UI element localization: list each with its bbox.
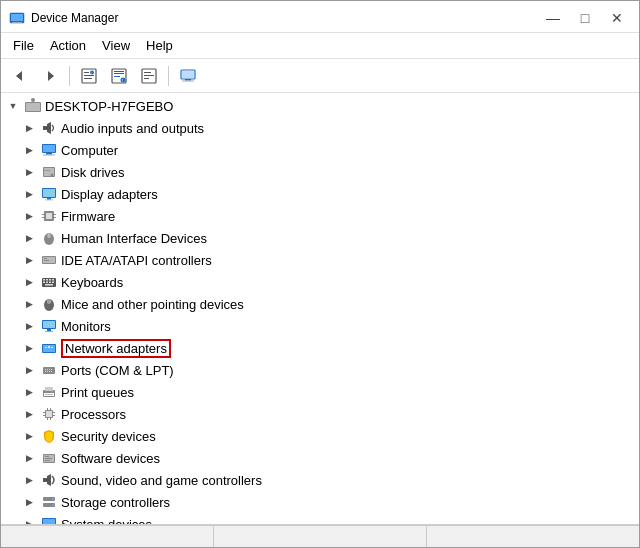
info-button[interactable]: ! (106, 63, 132, 89)
svg-rect-106 (45, 460, 50, 461)
svg-point-111 (52, 498, 54, 500)
window-title: Device Manager (31, 11, 118, 25)
title-bar-controls: — □ ✕ (539, 8, 631, 28)
system-icon (41, 516, 57, 525)
tree-content[interactable]: ▼ DESKTOP-H7FGEBO ▶ (1, 93, 639, 525)
svg-rect-93 (46, 411, 52, 417)
tree-item-monitors[interactable]: ▶ Monitors (1, 315, 639, 337)
tree-item-security[interactable]: ▶ Security devices (1, 425, 639, 447)
svg-rect-19 (144, 72, 151, 73)
security-expander[interactable]: ▶ (21, 428, 37, 444)
firmware-expander[interactable]: ▶ (21, 208, 37, 224)
svg-rect-104 (45, 456, 49, 457)
tree-item-network[interactable]: ▶ Network adapters (1, 337, 639, 359)
device-tree: ▼ DESKTOP-H7FGEBO ▶ (1, 93, 639, 525)
menu-bar: File Action View Help (1, 33, 639, 59)
network-icon (41, 340, 57, 356)
keyboard-expander[interactable]: ▶ (21, 274, 37, 290)
svg-rect-90 (45, 394, 53, 395)
update-button[interactable] (136, 63, 162, 89)
system-expander[interactable]: ▶ (21, 516, 37, 525)
svg-rect-54 (44, 258, 47, 259)
svg-rect-105 (45, 458, 52, 459)
tree-item-disk[interactable]: ▶ Disk drives (1, 161, 639, 183)
svg-rect-42 (45, 200, 53, 201)
menu-help[interactable]: Help (138, 35, 181, 56)
status-pane-1 (1, 526, 214, 547)
svg-rect-41 (47, 198, 51, 200)
tree-item-audio[interactable]: ▶ Audio inputs and outputs (1, 117, 639, 139)
menu-action[interactable]: Action (42, 35, 94, 56)
display-expander[interactable]: ▶ (21, 186, 37, 202)
menu-view[interactable]: View (94, 35, 138, 56)
processors-expander[interactable]: ▶ (21, 406, 37, 422)
root-label: DESKTOP-H7FGEBO (45, 99, 173, 114)
svg-rect-94 (43, 412, 45, 413)
tree-item-ide[interactable]: ▶ IDE ATA/ATAPI controllers (1, 249, 639, 271)
minimize-button[interactable]: — (539, 8, 567, 28)
network-expander[interactable]: ▶ (21, 340, 37, 356)
processor-icon (41, 406, 57, 422)
menu-file[interactable]: File (5, 35, 42, 56)
scan-button[interactable] (175, 63, 201, 89)
tree-item-mouse[interactable]: ▶ Mice and other pointing devices (1, 293, 639, 315)
hid-icon (41, 230, 57, 246)
tree-item-print[interactable]: ▶ Print queues (1, 381, 639, 403)
svg-rect-33 (46, 153, 52, 155)
svg-rect-3 (12, 22, 22, 23)
tree-item-ports[interactable]: ▶ Ports (COM & LPT) (1, 359, 639, 381)
security-label: Security devices (61, 429, 156, 444)
ide-icon (41, 252, 57, 268)
svg-rect-34 (43, 155, 55, 156)
mouse-expander[interactable]: ▶ (21, 296, 37, 312)
svg-rect-9 (84, 78, 92, 79)
tree-item-keyboard[interactable]: ▶ Keyboards (1, 271, 639, 293)
sound-expander[interactable]: ▶ (21, 472, 37, 488)
print-expander[interactable]: ▶ (21, 384, 37, 400)
maximize-button[interactable]: □ (571, 8, 599, 28)
svg-rect-63 (49, 282, 51, 284)
svg-rect-58 (46, 279, 48, 281)
ports-expander[interactable]: ▶ (21, 362, 37, 378)
tree-item-hid[interactable]: ▶ Human Interface Devices (1, 227, 639, 249)
tree-item-software[interactable]: ▶ Software devices (1, 447, 639, 469)
tree-item-processors[interactable]: ▶ Processors (1, 403, 639, 425)
properties-button[interactable]: i (76, 63, 102, 89)
svg-rect-1 (11, 14, 23, 21)
svg-rect-76 (48, 346, 50, 348)
back-button[interactable] (7, 63, 33, 89)
svg-rect-77 (51, 347, 53, 348)
tree-item-storage[interactable]: ▶ Storage controllers (1, 491, 639, 513)
svg-rect-7 (84, 72, 89, 73)
tree-root[interactable]: ▼ DESKTOP-H7FGEBO (1, 95, 639, 117)
svg-marker-4 (16, 71, 22, 81)
firmware-label: Firmware (61, 209, 115, 224)
close-button[interactable]: ✕ (603, 8, 631, 28)
hid-expander[interactable]: ▶ (21, 230, 37, 246)
software-expander[interactable]: ▶ (21, 450, 37, 466)
ide-expander[interactable]: ▶ (21, 252, 37, 268)
tree-item-sound[interactable]: ▶ Sound, video and game controllers (1, 469, 639, 491)
firmware-icon (41, 208, 57, 224)
tree-item-system[interactable]: ▶ System devices (1, 513, 639, 525)
display-label: Display adapters (61, 187, 158, 202)
keyboard-icon (41, 274, 57, 290)
disk-expander[interactable]: ▶ (21, 164, 37, 180)
svg-point-112 (52, 504, 54, 506)
tree-item-firmware[interactable]: ▶ Firmware (1, 205, 639, 227)
forward-button[interactable] (37, 63, 63, 89)
svg-rect-81 (49, 369, 50, 370)
storage-expander[interactable]: ▶ (21, 494, 37, 510)
svg-marker-108 (47, 474, 51, 486)
audio-expander[interactable]: ▶ (21, 120, 37, 136)
tree-item-display[interactable]: ▶ Display adapters (1, 183, 639, 205)
svg-rect-79 (45, 369, 46, 370)
root-icon (25, 98, 41, 114)
tree-item-computer[interactable]: ▶ Computer (1, 139, 639, 161)
sound-icon (41, 472, 57, 488)
root-expander[interactable]: ▼ (5, 98, 21, 114)
hid-label: Human Interface Devices (61, 231, 207, 246)
svg-marker-30 (47, 122, 51, 134)
monitors-expander[interactable]: ▶ (21, 318, 37, 334)
computer-expander[interactable]: ▶ (21, 142, 37, 158)
